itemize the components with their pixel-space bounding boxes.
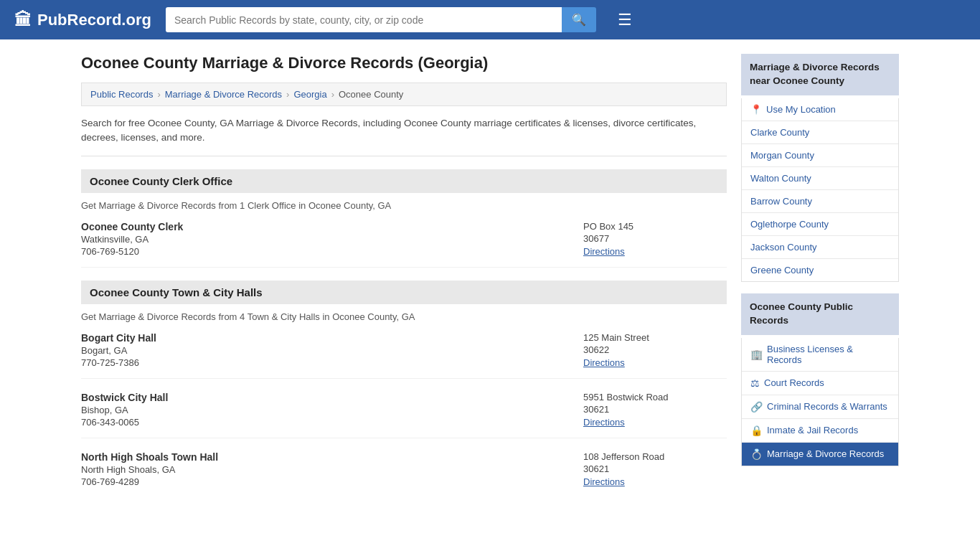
section-clerk-desc: Get Marriage & Divorce Records from 1 Cl… bbox=[81, 200, 727, 211]
record-name-bogart: Bogart City Hall bbox=[81, 332, 569, 344]
sidebar-item-barrow[interactable]: Barrow County bbox=[742, 190, 898, 213]
record-city-clerk: Watkinsville, GA bbox=[81, 234, 569, 245]
sidebar-item-greene[interactable]: Greene County bbox=[742, 259, 898, 281]
record-directions-clerk: Directions bbox=[583, 245, 727, 257]
site-logo[interactable]: 🏛 PubRecord.org bbox=[14, 10, 151, 30]
sidebar-use-location[interactable]: 📍 Use My Location bbox=[742, 98, 898, 121]
sidebar-nearby-title: Marriage & Divorce Records near Oconee C… bbox=[741, 54, 899, 95]
main-container: Oconee County Marriage & Divorce Records… bbox=[67, 39, 913, 524]
sidebar-item-oglethorpe[interactable]: Oglethorpe County bbox=[742, 213, 898, 236]
sidebar-item-inmate[interactable]: 🔒 Inmate & Jail Records bbox=[742, 419, 898, 443]
sidebar-marriage-label: Marriage & Divorce Records bbox=[767, 448, 884, 459]
sidebar-business-label: Business Licenses & Records bbox=[767, 344, 890, 365]
record-entry-clerk: Oconee County Clerk Watkinsville, GA 706… bbox=[81, 221, 727, 268]
record-zip-bogart: 30622 bbox=[583, 344, 727, 355]
record-phone-clerk: 706-769-5120 bbox=[81, 246, 569, 257]
directions-link-bostwick[interactable]: Directions bbox=[583, 417, 625, 428]
record-name-bostwick: Bostwick City Hall bbox=[81, 392, 569, 403]
record-entry-bostwick: Bostwick City Hall Bishop, GA 706-343-00… bbox=[81, 392, 727, 438]
record-name-clerk: Oconee County Clerk bbox=[81, 221, 569, 232]
search-bar: 🔍 bbox=[166, 7, 596, 32]
directions-link-clerk[interactable]: Directions bbox=[583, 246, 625, 257]
record-directions-bogart: Directions bbox=[583, 357, 727, 368]
record-phone-bogart: 770-725-7386 bbox=[81, 357, 569, 368]
sidebar-item-marriage[interactable]: 💍 Marriage & Divorce Records bbox=[742, 443, 898, 466]
breadcrumb-georgia[interactable]: Georgia bbox=[293, 89, 326, 100]
record-phone-northhigh: 706-769-4289 bbox=[81, 476, 569, 487]
record-directions-bostwick: Directions bbox=[583, 416, 727, 428]
record-address-clerk: PO Box 145 bbox=[583, 221, 727, 232]
directions-link-bogart[interactable]: Directions bbox=[583, 357, 625, 368]
record-entry-bogart: Bogart City Hall Bogart, GA 770-725-7386… bbox=[81, 332, 727, 379]
sidebar-item-clarke[interactable]: Clarke County bbox=[742, 121, 898, 144]
record-city-bogart: Bogart, GA bbox=[81, 345, 569, 356]
record-left: Oconee County Clerk Watkinsville, GA 706… bbox=[81, 221, 569, 257]
sidebar-inmate-label: Inmate & Jail Records bbox=[767, 425, 858, 435]
record-name-northhigh: North High Shoals Town Hall bbox=[81, 451, 569, 463]
record-entry-northhigh: North High Shoals Town Hall North High S… bbox=[81, 451, 727, 497]
directions-link-northhigh[interactable]: Directions bbox=[583, 476, 625, 487]
use-location-label: Use My Location bbox=[766, 104, 836, 115]
breadcrumb-marriage-divorce[interactable]: Marriage & Divorce Records bbox=[165, 89, 282, 100]
content-area: Oconee County Marriage & Divorce Records… bbox=[81, 54, 727, 510]
record-address-bogart: 125 Main Street bbox=[583, 332, 727, 343]
search-input[interactable] bbox=[166, 7, 562, 32]
sidebar-item-business[interactable]: 🏢 Business Licenses & Records bbox=[742, 338, 898, 372]
sidebar-item-walton[interactable]: Walton County bbox=[742, 167, 898, 190]
header: 🏛 PubRecord.org 🔍 ☰ bbox=[0, 0, 980, 39]
logo-text: PubRecord.org bbox=[37, 11, 151, 29]
section-cityhalls-header: Oconee County Town & City Halls bbox=[81, 281, 727, 304]
section-clerk-header: Oconee County Clerk Office bbox=[81, 169, 727, 193]
record-directions-northhigh: Directions bbox=[583, 476, 727, 487]
menu-button[interactable]: ☰ bbox=[618, 11, 632, 29]
breadcrumb-current: Oconee County bbox=[339, 89, 403, 100]
breadcrumb-public-records[interactable]: Public Records bbox=[90, 89, 153, 100]
record-zip-clerk: 30677 bbox=[583, 233, 727, 244]
sidebar-public-records-list: 🏢 Business Licenses & Records ⚖ Court Re… bbox=[741, 338, 899, 466]
breadcrumb: Public Records › Marriage & Divorce Reco… bbox=[81, 83, 727, 106]
sidebar-public-records-title: Oconee County Public Records bbox=[741, 293, 899, 335]
criminal-icon: 🔗 bbox=[750, 401, 763, 413]
court-icon: ⚖ bbox=[750, 377, 760, 389]
location-icon: 📍 bbox=[750, 104, 762, 115]
record-zip-bostwick: 30621 bbox=[583, 404, 727, 415]
section-cityhalls-desc: Get Marriage & Divorce Records from 4 To… bbox=[81, 311, 727, 322]
record-right: PO Box 145 30677 Directions bbox=[583, 221, 727, 257]
sidebar-nearby-list: 📍 Use My Location Clarke County Morgan C… bbox=[741, 98, 899, 282]
record-phone-bostwick: 706-343-0065 bbox=[81, 417, 569, 428]
record-zip-northhigh: 30621 bbox=[583, 463, 727, 474]
record-address-northhigh: 108 Jefferson Road bbox=[583, 451, 727, 462]
sidebar-item-jackson[interactable]: Jackson County bbox=[742, 236, 898, 259]
page-title: Oconee County Marriage & Divorce Records… bbox=[81, 54, 727, 72]
inmate-icon: 🔒 bbox=[750, 425, 763, 436]
marriage-icon: 💍 bbox=[750, 448, 763, 460]
record-city-northhigh: North High Shoals, GA bbox=[81, 464, 569, 475]
business-icon: 🏢 bbox=[750, 349, 763, 360]
record-city-bostwick: Bishop, GA bbox=[81, 405, 569, 415]
sidebar-item-criminal[interactable]: 🔗 Criminal Records & Warrants bbox=[742, 395, 898, 419]
sidebar-criminal-label: Criminal Records & Warrants bbox=[767, 401, 887, 412]
record-address-bostwick: 5951 Bostwick Road bbox=[583, 392, 727, 402]
page-description: Search for free Oconee County, GA Marria… bbox=[81, 116, 727, 156]
search-button[interactable]: 🔍 bbox=[562, 7, 596, 32]
sidebar-court-label: Court Records bbox=[764, 377, 824, 388]
sidebar: Marriage & Divorce Records near Oconee C… bbox=[741, 54, 899, 510]
logo-icon: 🏛 bbox=[14, 10, 32, 30]
sidebar-item-morgan[interactable]: Morgan County bbox=[742, 144, 898, 167]
sidebar-item-court[interactable]: ⚖ Court Records bbox=[742, 372, 898, 395]
